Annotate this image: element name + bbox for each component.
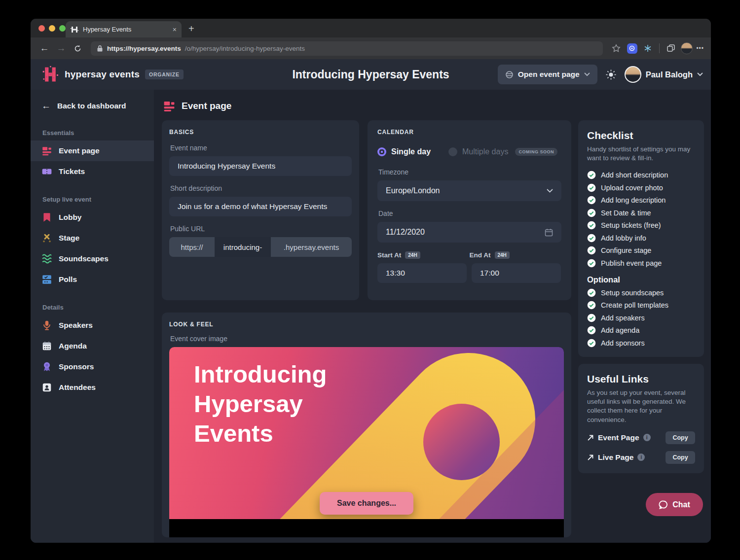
sidebar-item-tickets[interactable]: Tickets: [31, 161, 154, 182]
brand-name: hypersay events: [65, 69, 140, 80]
user-menu[interactable]: Paul Balogh: [625, 66, 703, 83]
user-avatar: [625, 66, 641, 83]
start-24h-badge: 24H: [405, 251, 420, 259]
app-header: hypersay events ORGANIZE Introducing Hyp…: [31, 59, 711, 90]
external-link-icon: [587, 454, 594, 461]
multiple-days-label: Multiple days: [462, 147, 508, 156]
checklist-item[interactable]: Add sponsors: [587, 339, 695, 348]
sidebar-item-polls[interactable]: Polls: [31, 269, 154, 290]
checklist-item[interactable]: Setup soundscapes: [587, 288, 695, 297]
checklist-item[interactable]: Add short description: [587, 171, 695, 179]
sidebar-item-speakers[interactable]: Speakers: [31, 315, 154, 336]
short-description-label: Short description: [170, 184, 352, 192]
sponsors-icon: [41, 361, 52, 372]
theme-sun-icon[interactable]: [606, 70, 616, 80]
checklist-item[interactable]: Add lobby info: [587, 234, 695, 243]
close-window-button[interactable]: [38, 25, 45, 32]
copy-event-page-button[interactable]: Copy: [666, 431, 695, 444]
browser-profile-avatar[interactable]: [680, 42, 693, 54]
back-to-dashboard[interactable]: ← Back to dashboard: [31, 97, 154, 115]
sidebar-section-details: Details: [42, 304, 154, 311]
end-time-input[interactable]: 17:00: [472, 263, 561, 283]
sidebar-item-stage[interactable]: Stage: [31, 228, 154, 248]
brand[interactable]: hypersay events ORGANIZE: [41, 66, 184, 83]
check-circle-icon: [587, 183, 596, 192]
url-bar[interactable]: https://hypersay.events/o/hypersay/intro…: [91, 41, 603, 56]
lock-icon: [97, 45, 103, 52]
live-page-link-row: Live Page i Copy: [587, 451, 695, 464]
stage-icon: [41, 233, 52, 244]
close-tab-icon[interactable]: ×: [173, 26, 177, 34]
open-event-page-button[interactable]: Open event page: [498, 65, 597, 84]
url-suffix: .hypersay.events: [271, 237, 352, 257]
optional-label: Optional: [587, 275, 695, 284]
extension-password-icon[interactable]: [626, 43, 638, 54]
checklist-item[interactable]: Add speakers: [587, 314, 695, 322]
public-url-field: https:// introducing- .hypersay.events: [169, 237, 352, 257]
content-heading: Event page: [163, 100, 704, 112]
checklist-item[interactable]: Create poll templates: [587, 301, 695, 310]
main-content: Event page BASICS Event name Introducing…: [154, 90, 711, 543]
event-page-link[interactable]: Event Page: [598, 433, 639, 442]
timezone-select[interactable]: Europe/London: [377, 180, 561, 201]
checklist-description: Handy shortlist of settings you may want…: [587, 145, 695, 163]
reload-button[interactable]: [71, 44, 84, 53]
sidebar-item-sponsors[interactable]: Sponsors: [31, 356, 154, 377]
url-slug-input[interactable]: introducing-: [215, 237, 271, 257]
collections-icon[interactable]: [665, 44, 677, 53]
chat-button[interactable]: Chat: [646, 493, 703, 516]
sidebar-item-lobby[interactable]: Lobby: [31, 207, 154, 228]
check-circle-icon: [587, 171, 596, 179]
look-feel-section-label: LOOK & FEEL: [169, 321, 564, 328]
sidebar-item-soundscapes[interactable]: Soundscapes: [31, 248, 154, 269]
lobby-icon: [41, 212, 52, 223]
page-title: Introducing Hypersay Events: [292, 68, 449, 81]
sidebar-item-attendees[interactable]: Attendees: [31, 377, 154, 398]
sidebar-item-event-page[interactable]: Event page: [31, 140, 154, 161]
open-event-page-label: Open event page: [518, 70, 580, 79]
short-description-input[interactable]: Join us for a demo of what Hypersay Even…: [169, 197, 352, 216]
live-page-link[interactable]: Live Page: [598, 453, 633, 462]
checklist-item[interactable]: Publish event page: [587, 259, 695, 268]
single-day-radio[interactable]: [377, 147, 386, 156]
checklist-item[interactable]: Add long description: [587, 196, 695, 205]
forward-button[interactable]: →: [54, 43, 68, 54]
check-circle-icon: [587, 196, 596, 205]
back-button[interactable]: ←: [37, 43, 51, 54]
checklist-item[interactable]: Setup tickets (free): [587, 221, 695, 230]
attendees-icon: [41, 382, 52, 393]
sidebar-item-agenda[interactable]: Agenda: [31, 336, 154, 356]
chat-bubble-icon: [659, 500, 668, 510]
checklist-item[interactable]: Configure stage: [587, 246, 695, 255]
info-icon[interactable]: i: [643, 434, 651, 441]
check-circle-icon: [587, 339, 596, 348]
browser-menu-icon[interactable]: •••: [696, 45, 704, 52]
info-icon[interactable]: i: [637, 454, 645, 461]
save-changes-button[interactable]: Save changes...: [320, 492, 413, 515]
new-tab-button[interactable]: +: [188, 23, 194, 35]
chevron-down-icon: [584, 72, 590, 76]
calendar-card: CALENDAR Single day Multiple days COMING…: [368, 120, 571, 300]
copy-live-page-button[interactable]: Copy: [666, 451, 695, 464]
checklist-item[interactable]: Upload cover photo: [587, 183, 695, 192]
coming-soon-badge: COMING SOON: [515, 148, 557, 156]
event-page-icon: [163, 100, 176, 112]
zoom-window-button[interactable]: [59, 25, 66, 32]
event-name-input[interactable]: Introducing Hypersay Events: [169, 156, 352, 176]
browser-tab[interactable]: Hypersay Events ×: [66, 21, 182, 37]
multiple-days-radio[interactable]: [448, 147, 457, 156]
checklist-item[interactable]: Set Date & time: [587, 209, 695, 217]
extension-snowflake-icon[interactable]: [641, 44, 654, 53]
bookmark-star-icon[interactable]: [610, 44, 623, 53]
back-arrow-icon: ←: [41, 101, 51, 111]
window-controls: [38, 25, 66, 32]
date-input[interactable]: 11/12/2020: [377, 222, 561, 243]
tab-favicon: [71, 26, 78, 34]
event-page-icon: [41, 145, 52, 156]
tickets-icon: [41, 166, 52, 177]
event-cover-image-label: Event cover image: [170, 335, 564, 343]
agenda-icon: [41, 341, 52, 351]
start-time-input[interactable]: 13:30: [377, 263, 467, 283]
checklist-item[interactable]: Add agenda: [587, 326, 695, 335]
minimize-window-button[interactable]: [49, 25, 55, 32]
